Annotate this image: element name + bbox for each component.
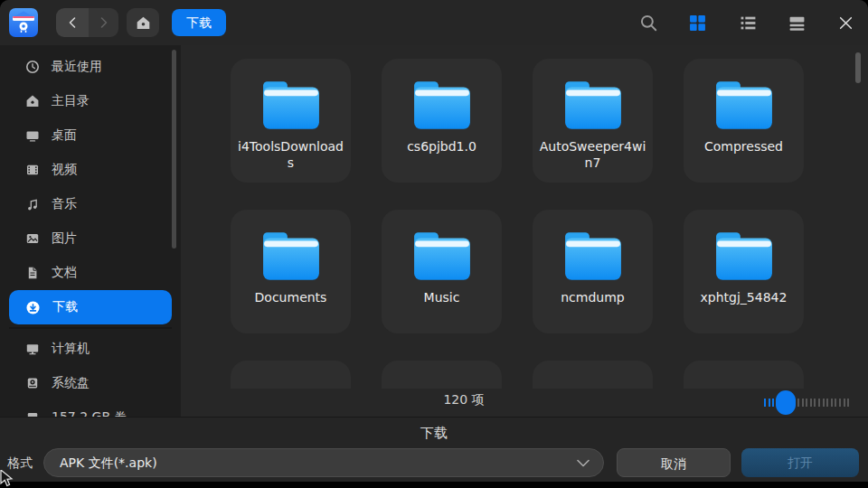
sidebar-item-label: 系统盘 <box>52 375 90 391</box>
folder-tile[interactable]: cs6pjbd1.0 <box>382 59 502 183</box>
title-bar[interactable]: 下载 <box>0 0 868 45</box>
film-icon <box>25 163 40 177</box>
sidebar-item-videos[interactable]: 视频 <box>0 153 181 187</box>
folder-name: cs6pjbd1.0 <box>387 138 497 155</box>
download-icon <box>25 300 41 315</box>
close-icon <box>838 15 854 31</box>
format-value: APK 文件(*.apk) <box>60 455 157 470</box>
file-manager-app-icon <box>9 8 38 37</box>
history-nav-group <box>56 8 118 37</box>
search-button[interactable] <box>637 13 659 33</box>
main-area: 最近使用 主目录 桌面 <box>0 45 868 418</box>
folder-name: Documents <box>236 289 346 305</box>
sidebar-item-label: 音乐 <box>52 196 77 212</box>
folder-icon <box>261 231 321 282</box>
folder-icon <box>261 80 321 131</box>
folder-tile-partial[interactable] <box>684 361 804 389</box>
folder-tile[interactable]: Compressed <box>684 59 804 183</box>
folder-tile[interactable]: xphtgj_54842 <box>684 210 804 333</box>
folder-icon <box>412 80 472 131</box>
home-button[interactable] <box>127 8 159 37</box>
folder-tile[interactable]: AutoSweeper4win7 <box>533 59 653 183</box>
folder-tile-partial[interactable] <box>231 361 351 389</box>
sidebar-item-desktop[interactable]: 桌面 <box>0 118 181 153</box>
sidebar: 最近使用 主目录 桌面 <box>0 45 181 418</box>
folder-name: ncmdump <box>538 289 648 305</box>
sidebar-item-label: 下载 <box>52 299 78 315</box>
list-view-button[interactable] <box>737 13 759 33</box>
sidebar-item-label: 视频 <box>52 162 77 178</box>
folder-name: AutoSweeper4win7 <box>538 138 648 171</box>
folder-name: Compressed <box>689 138 799 155</box>
dialog-title: 下载 <box>0 418 868 442</box>
hard-disk-icon <box>25 376 40 390</box>
grid-view-icon <box>689 14 706 32</box>
chevron-right-icon <box>99 15 109 30</box>
file-grid-area: i4ToolsDownloads cs6pjbd1.0 AutoSweeper4… <box>181 45 868 418</box>
sidebar-item-documents[interactable]: 文档 <box>0 256 181 290</box>
breadcrumb-downloads[interactable]: 下载 <box>172 9 226 36</box>
dialog-footer: 下载 格式 APK 文件(*.apk) 取消 打开 <box>0 417 868 482</box>
music-note-icon <box>25 197 40 211</box>
folder-tile-partial[interactable] <box>533 361 653 389</box>
sidebar-item-label: 图片 <box>52 230 77 247</box>
folder-tile[interactable]: Documents <box>231 210 351 333</box>
detail-view-icon <box>788 14 806 32</box>
sidebar-item-pictures[interactable]: 图片 <box>0 221 181 256</box>
document-icon <box>25 266 40 280</box>
folder-grid: i4ToolsDownloads cs6pjbd1.0 AutoSweeper4… <box>231 59 818 389</box>
folder-tile[interactable]: ncmdump <box>533 210 653 333</box>
sidebar-item-downloads[interactable]: 下载 <box>9 290 172 324</box>
sidebar-item-label: 最近使用 <box>52 59 102 75</box>
sidebar-item-label: 桌面 <box>52 127 77 144</box>
folder-icon <box>563 231 623 282</box>
sidebar-item-music[interactable]: 音乐 <box>0 187 181 221</box>
search-icon <box>639 14 658 33</box>
folder-tile[interactable]: i4ToolsDownloads <box>231 59 351 183</box>
icon-size-slider[interactable] <box>764 389 854 416</box>
item-count: 120 项 <box>181 392 747 408</box>
sidebar-item-label: 计算机 <box>52 341 90 357</box>
slider-thumb[interactable] <box>776 390 796 415</box>
sidebar-item-recent[interactable]: 最近使用 <box>0 50 181 84</box>
desktop-icon <box>25 128 40 143</box>
home-icon <box>25 94 40 108</box>
folder-name: xphtgj_54842 <box>689 289 799 305</box>
folder-name: i4ToolsDownloads <box>236 138 346 171</box>
slider-ticks-inactive <box>797 399 850 407</box>
folder-tile-partial[interactable] <box>382 361 502 389</box>
home-icon <box>136 15 151 31</box>
chevron-down-icon <box>577 459 590 467</box>
computer-icon <box>25 342 40 356</box>
folder-tile[interactable]: Music <box>382 210 502 333</box>
format-select[interactable]: APK 文件(*.apk) <box>43 448 604 477</box>
mouse-cursor <box>0 470 14 488</box>
sidebar-separator <box>9 327 172 329</box>
detail-view-button[interactable] <box>786 13 807 33</box>
clock-icon <box>25 60 40 74</box>
content-scrollbar[interactable] <box>855 52 861 83</box>
close-window-button[interactable] <box>835 13 856 33</box>
cancel-button[interactable]: 取消 <box>617 448 731 477</box>
sidebar-item-home[interactable]: 主目录 <box>0 84 181 118</box>
folder-name: Music <box>387 289 497 305</box>
back-button[interactable] <box>56 8 89 37</box>
list-view-icon <box>740 14 757 32</box>
sidebar-scrollbar[interactable] <box>172 50 176 249</box>
forward-button[interactable] <box>89 8 118 37</box>
file-dialog-window: 下载 <box>0 0 868 482</box>
grid-view-button[interactable] <box>686 13 708 33</box>
picture-icon <box>25 231 40 246</box>
folder-icon <box>714 80 774 131</box>
chevron-left-icon <box>67 15 78 30</box>
sidebar-item-volume[interactable]: 157.2 GB 卷 <box>0 400 181 418</box>
folder-icon <box>714 231 774 282</box>
open-button[interactable]: 打开 <box>741 448 859 477</box>
sidebar-item-label: 文档 <box>52 265 77 281</box>
folder-icon <box>563 80 623 131</box>
sidebar-item-system-disk[interactable]: 系统盘 <box>0 366 181 400</box>
sidebar-item-computer[interactable]: 计算机 <box>0 332 181 366</box>
sidebar-item-label: 主目录 <box>52 93 90 109</box>
folder-icon <box>412 231 472 282</box>
sidebar-list: 最近使用 主目录 桌面 <box>0 45 181 418</box>
